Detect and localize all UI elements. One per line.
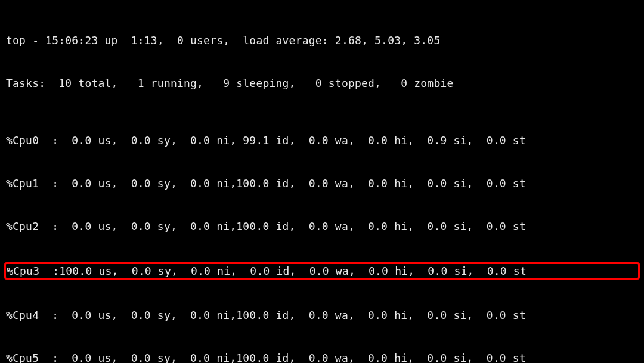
tasks-summary-line: Tasks: 10 total, 1 running, 9 sleeping, … <box>6 76 638 91</box>
cpu-line-3: %Cpu3 :100.0 us, 0.0 sy, 0.0 ni, 0.0 id,… <box>7 264 527 278</box>
terminal-screen: top - 15:06:23 up 1:13, 0 users, load av… <box>0 0 644 363</box>
cpu-line-2: %Cpu2 : 0.0 us, 0.0 sy, 0.0 ni,100.0 id,… <box>6 219 638 234</box>
cpu-line-3-highlight: %Cpu3 :100.0 us, 0.0 sy, 0.0 ni, 0.0 id,… <box>4 262 640 280</box>
cpu-line-1: %Cpu1 : 0.0 us, 0.0 sy, 0.0 ni,100.0 id,… <box>6 176 638 191</box>
cpu-line-0: %Cpu0 : 0.0 us, 0.0 sy, 0.0 ni, 99.1 id,… <box>6 134 638 148</box>
cpu-line-4: %Cpu4 : 0.0 us, 0.0 sy, 0.0 ni,100.0 id,… <box>6 308 638 322</box>
cpu-line-5: %Cpu5 : 0.0 us, 0.0 sy, 0.0 ni,100.0 id,… <box>6 351 638 363</box>
top-summary-line: top - 15:06:23 up 1:13, 0 users, load av… <box>6 33 638 48</box>
